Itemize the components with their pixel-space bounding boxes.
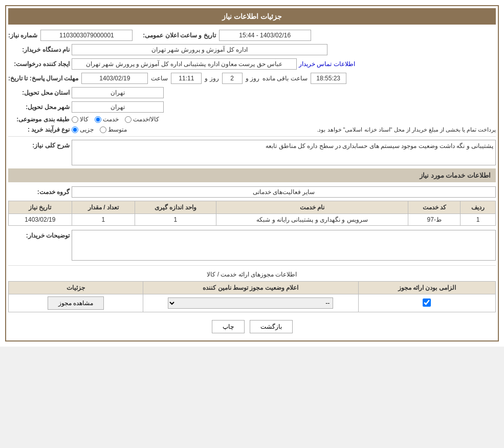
buyer-desc-row: توضیحات خریدار: <box>8 230 496 262</box>
province-value: تهران <box>72 87 164 98</box>
services-table-header-row: ردیف کد خدمت نام خدمت واحد اندازه گیری ت… <box>9 201 496 214</box>
purchase-type-label: نوع فرآیند خرید : <box>8 126 70 133</box>
category-khedmat: خدمت <box>95 116 119 123</box>
purchase-motavasset: متوسط <box>100 126 127 133</box>
announce-date-value: 1403/02/16 - 15:44 <box>219 30 311 41</box>
permit-required-cell <box>358 294 495 312</box>
outer-border: جزئیات اطلاعات نیاز 1403/02/16 - 15:44 ت… <box>5 5 499 342</box>
services-section-header: اطلاعات خدمات مورد نیاز <box>8 168 496 182</box>
permits-section: اطلاعات مجوزهای ارائه خدمت / کالا الزامی… <box>8 271 496 312</box>
service-group-value: سایر فعالیت‌های خدماتی <box>72 186 496 198</box>
deadline-row: 18:55:23 ساعت باقی مانده روز و 2 روز و 1… <box>8 73 496 84</box>
description-input-wrapper: پشتیبانی و نگه داشت وضعیت موجود سیستم ها… <box>72 140 496 165</box>
province-row: تهران استان محل تحویل: <box>8 87 496 98</box>
cell-row: 1 <box>461 214 496 226</box>
col-required: الزامی بودن ارائه مجوز <box>358 282 495 294</box>
province-label: استان محل تحویل: <box>8 89 70 96</box>
creator-value: عباس حق پرست معاون اداره پشتیبانی اداره … <box>72 58 297 70</box>
org-value: اداره کل آموزش و پرورش شهر تهران <box>72 44 327 55</box>
need-number-row: 1403/02/16 - 15:44 تاریخ و ساعت اعلان عم… <box>8 30 496 41</box>
time-group: 11:11 ساعت <box>151 73 202 84</box>
view-permit-button[interactable]: مشاهده مجوز <box>48 296 104 310</box>
page-title: جزئیات اطلاعات نیاز <box>8 8 496 25</box>
purchase-motavasset-radio[interactable] <box>100 126 106 133</box>
col-code: کد خدمت <box>408 201 461 214</box>
need-number-label: شماره نیاز: <box>8 32 37 39</box>
creator-contact-link[interactable]: اطلاعات تماس خریدار <box>299 60 355 68</box>
remain-group: 18:55:23 ساعت باقی مانده <box>262 73 346 84</box>
category-khedmat-label: خدمت <box>103 116 119 123</box>
days-suffix: روز و <box>205 75 218 82</box>
service-group-row: سایر فعالیت‌های خدماتی گروه خدمت: <box>8 186 496 198</box>
category-radio-group: کالا/خدمت خدمت کالا <box>72 116 159 123</box>
cell-qty: 1 <box>72 214 135 226</box>
days-label: روز و <box>246 75 259 82</box>
permits-header-row: الزامی بودن ارائه مجوز اعلام وضعیت مجوز … <box>9 282 496 294</box>
purchase-motavasset-label: متوسط <box>108 126 127 133</box>
deadline-date-value: 1403/02/19 <box>81 73 148 84</box>
col-date: تاریخ نیاز <box>9 201 72 214</box>
description-row: پشتیبانی و نگه داشت وضعیت موجود سیستم ها… <box>8 140 496 165</box>
description-value: پشتیبانی و نگه داشت وضعیت موجود سیستم ها… <box>72 140 496 165</box>
purchase-type-row: پرداخت تمام یا بخشی از مبلغ خریدار از مح… <box>8 126 496 133</box>
deadline-label: مهلت ارسال پاسخ: تا تاریخ: <box>8 75 78 82</box>
cell-unit: 1 <box>135 214 216 226</box>
permit-status-cell: -- <box>143 294 358 312</box>
services-table-section: ردیف کد خدمت نام خدمت واحد اندازه گیری ت… <box>8 201 496 226</box>
announce-date-label: تاریخ و ساعت اعلان عمومی: <box>143 32 215 39</box>
service-group-label: گروه خدمت: <box>8 188 70 196</box>
deadline-time-value: 11:11 <box>171 73 202 84</box>
org-label: نام دستگاه خریدار: <box>8 46 70 53</box>
category-kala-khedmat-radio[interactable] <box>125 116 132 123</box>
back-button[interactable]: بازگشت <box>250 320 293 333</box>
days-group: روز و 2 روز و <box>205 73 259 84</box>
cell-code: ط-97 <box>408 214 461 226</box>
service-table-row: 1 ط-97 سرویس و نگهداری و پشتیبانی رایانه… <box>9 214 496 226</box>
cell-date: 1403/02/19 <box>9 214 72 226</box>
need-number-value: 1103003079000001 <box>40 30 133 41</box>
col-name: نام خدمت <box>216 201 408 214</box>
buyer-desc-input-wrapper <box>72 230 496 262</box>
category-label: طبقه بندی موضوعی: <box>8 116 70 123</box>
col-qty: تعداد / مقدار <box>72 201 135 214</box>
permit-required-checkbox[interactable] <box>423 298 431 307</box>
col-details: جزئیات <box>9 282 143 294</box>
category-khedmat-radio[interactable] <box>95 116 101 123</box>
permits-header: اطلاعات مجوزهای ارائه خدمت / کالا <box>8 271 496 278</box>
date-group: 1403/02/16 - 15:44 تاریخ و ساعت اعلان عم… <box>143 30 311 41</box>
org-row: اداره کل آموزش و پرورش شهر تهران نام دست… <box>8 44 496 55</box>
purchase-jozi-label: جزیی <box>80 126 94 133</box>
creator-label: ایجاد کننده درخواست: <box>8 60 70 68</box>
bottom-buttons: بازگشت چاپ <box>8 320 496 333</box>
city-value: تهران <box>72 101 164 113</box>
days-value: 2 <box>222 73 243 84</box>
purchase-type-note: پرداخت تمام یا بخشی از مبلغ خریدار از مح… <box>134 126 496 133</box>
purchase-type-radio-group: متوسط جزیی <box>72 126 127 133</box>
purchase-jozi-radio[interactable] <box>72 126 78 133</box>
city-row: تهران شهر محل تحویل: <box>8 101 496 113</box>
services-table: ردیف کد خدمت نام خدمت واحد اندازه گیری ت… <box>8 201 496 226</box>
category-kala: کالا <box>72 116 89 123</box>
buyer-desc-textarea[interactable] <box>72 230 496 261</box>
main-content: 1403/02/16 - 15:44 تاریخ و ساعت اعلان عم… <box>8 30 496 333</box>
remain-label: ساعت باقی مانده <box>262 75 308 82</box>
buyer-desc-label: توضیحات خریدار: <box>8 230 70 239</box>
permits-table-section: الزامی بودن ارائه مجوز اعلام وضعیت مجوز … <box>8 281 496 312</box>
print-button[interactable]: چاپ <box>212 320 245 333</box>
category-kala-khedmat: کالا/خدمت <box>125 116 159 123</box>
category-kala-radio[interactable] <box>72 116 78 123</box>
city-label: شهر محل تحویل: <box>8 103 70 111</box>
deadline-time-label: ساعت <box>151 75 168 82</box>
category-kala-label: کالا <box>80 116 89 123</box>
col-status: اعلام وضعیت مجوز توسط نامین کننده <box>143 282 358 294</box>
purchase-jozi: جزیی <box>72 126 94 133</box>
permit-row: -- مشاهده مجوز <box>9 294 496 312</box>
permit-status-select[interactable]: -- <box>168 297 333 309</box>
remain-time-value: 18:55:23 <box>311 73 346 84</box>
permits-table: الزامی بودن ارائه مجوز اعلام وضعیت مجوز … <box>8 281 496 312</box>
col-unit: واحد اندازه گیری <box>135 201 216 214</box>
need-number-group: 1103003079000001 شماره نیاز: <box>8 30 133 41</box>
creator-row: اطلاعات تماس خریدار عباس حق پرست معاون ا… <box>8 58 496 70</box>
cell-name: سرویس و نگهداری و پشتیبانی رایانه و شبکه <box>216 214 408 226</box>
permit-details-cell: مشاهده مجوز <box>9 294 143 312</box>
